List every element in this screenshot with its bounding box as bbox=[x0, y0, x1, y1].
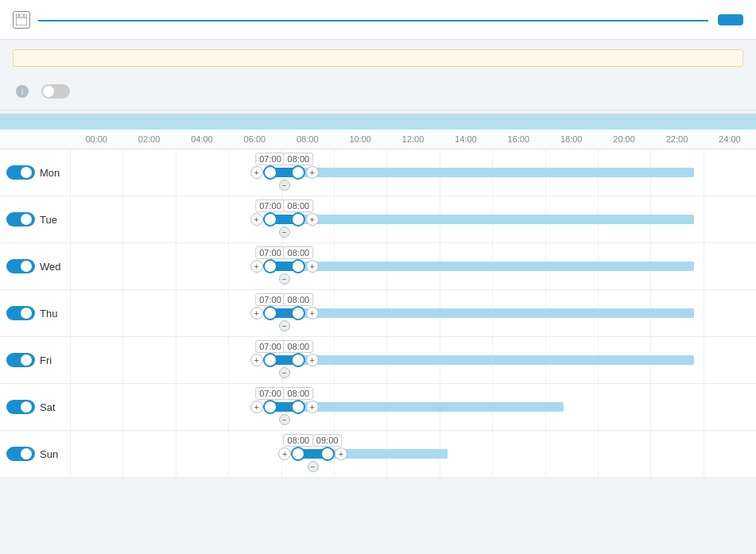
day-row-wrapper-sat: Sat07:0008:00++− bbox=[0, 384, 756, 431]
day-toggle-tue[interactable] bbox=[6, 212, 35, 227]
end-handle-sun[interactable] bbox=[320, 447, 335, 461]
start-time-label-sat: 07:00 bbox=[255, 387, 285, 400]
day-row-wrapper-sun: Sun08:0009:00++− bbox=[0, 431, 756, 478]
day-label-area-sun: Sun bbox=[0, 447, 70, 461]
grid-line bbox=[70, 431, 122, 477]
grid-line bbox=[176, 384, 228, 430]
grid-line bbox=[704, 149, 756, 196]
minus-btn-mon[interactable]: − bbox=[279, 180, 290, 191]
end-handle-fri[interactable] bbox=[291, 353, 305, 367]
day-name-sun: Sun bbox=[40, 448, 58, 460]
end-time-label-sat: 08:00 bbox=[284, 387, 314, 400]
plus-left-fri[interactable]: + bbox=[250, 354, 263, 366]
time-bar-mon bbox=[298, 168, 694, 177]
plus-right-mon[interactable]: + bbox=[306, 166, 319, 179]
plus-left-mon[interactable]: + bbox=[250, 166, 263, 179]
page-title bbox=[38, 18, 708, 21]
start-handle-sat[interactable] bbox=[263, 400, 277, 414]
day-name-mon: Mon bbox=[40, 167, 60, 179]
end-handle-mon[interactable] bbox=[291, 165, 305, 180]
plus-left-sun[interactable]: + bbox=[278, 447, 291, 460]
grid-line bbox=[176, 290, 228, 336]
start-handle-mon[interactable] bbox=[263, 165, 277, 180]
end-time-label-tue: 08:00 bbox=[284, 200, 314, 212]
end-time-label-sun: 09:00 bbox=[312, 434, 343, 447]
special-days-toggle[interactable] bbox=[41, 84, 70, 99]
plus-left-tue[interactable]: + bbox=[250, 213, 263, 226]
start-time-label-sun: 08:00 bbox=[284, 434, 314, 447]
day-toggle-mon[interactable] bbox=[6, 165, 35, 180]
start-time-label-wed: 07:00 bbox=[255, 246, 285, 259]
plus-left-wed[interactable]: + bbox=[250, 260, 263, 273]
plus-left-thu[interactable]: + bbox=[250, 307, 263, 320]
time-label-04:00: 04:00 bbox=[176, 130, 228, 149]
start-handle-fri[interactable] bbox=[263, 353, 277, 367]
grid-line bbox=[70, 384, 122, 430]
minus-btn-sat[interactable]: − bbox=[279, 414, 290, 425]
start-handle-sun[interactable] bbox=[291, 447, 305, 461]
start-handle-wed[interactable] bbox=[263, 259, 277, 273]
end-handle-sat[interactable] bbox=[291, 400, 305, 414]
time-bar-wed bbox=[298, 262, 694, 271]
minus-btn-sun[interactable]: − bbox=[308, 461, 319, 472]
time-bar-thu bbox=[298, 308, 694, 318]
grid-line bbox=[176, 431, 228, 477]
header bbox=[0, 0, 756, 40]
start-handle-tue[interactable] bbox=[263, 212, 277, 227]
grid-line bbox=[704, 337, 756, 383]
grid-line bbox=[176, 243, 228, 289]
day-name-sat: Sat bbox=[40, 401, 56, 413]
day-timeline-sat: 07:0008:00++− bbox=[70, 384, 756, 430]
minus-btn-tue[interactable]: − bbox=[279, 227, 290, 238]
grid-line bbox=[70, 243, 122, 289]
schedule-container: 00:0002:0004:0006:0008:0010:0012:0014:00… bbox=[0, 130, 756, 478]
grid-line bbox=[70, 149, 122, 196]
special-days-row: i bbox=[0, 76, 756, 107]
day-name-fri: Fri bbox=[40, 354, 52, 366]
save-close-button[interactable] bbox=[718, 14, 743, 25]
grid-line bbox=[122, 196, 175, 242]
plus-right-sun[interactable]: + bbox=[335, 447, 347, 460]
plus-right-wed[interactable]: + bbox=[306, 260, 319, 273]
end-handle-tue[interactable] bbox=[291, 212, 305, 227]
days-container: Mon07:0008:00++−Tue07:0008:00++−Wed07:00… bbox=[0, 149, 756, 478]
time-bar-sat bbox=[298, 402, 564, 412]
plus-right-fri[interactable]: + bbox=[306, 354, 319, 366]
day-row-mon: Mon07:0008:00++− bbox=[0, 149, 756, 196]
grid-line bbox=[704, 290, 756, 336]
minus-btn-wed[interactable]: − bbox=[279, 273, 290, 285]
divider bbox=[0, 110, 756, 110]
day-toggle-sat[interactable] bbox=[6, 400, 35, 414]
day-label-area-tue: Tue bbox=[0, 212, 70, 227]
plus-right-thu[interactable]: + bbox=[306, 307, 319, 320]
time-label-18:00: 18:00 bbox=[545, 130, 598, 149]
start-handle-thu[interactable] bbox=[263, 306, 277, 320]
end-handle-wed[interactable] bbox=[291, 259, 305, 273]
minus-btn-fri[interactable]: − bbox=[279, 367, 290, 378]
time-header: 00:0002:0004:0006:0008:0010:0012:0014:00… bbox=[0, 130, 756, 149]
time-label-20:00: 20:00 bbox=[598, 130, 650, 149]
day-toggle-wed[interactable] bbox=[6, 259, 35, 273]
day-row-fri: Fri07:0008:00++− bbox=[0, 337, 756, 384]
plus-right-sat[interactable]: + bbox=[306, 401, 319, 413]
day-row-sat: Sat07:0008:00++− bbox=[0, 384, 756, 431]
end-time-label-thu: 08:00 bbox=[284, 293, 314, 306]
day-label-area-thu: Thu bbox=[0, 306, 70, 320]
day-row-sun: Sun08:0009:00++− bbox=[0, 431, 756, 478]
day-label-area-fri: Fri bbox=[0, 353, 70, 367]
day-toggle-fri[interactable] bbox=[6, 353, 35, 367]
day-toggle-thu[interactable] bbox=[6, 306, 35, 320]
plus-right-tue[interactable]: + bbox=[306, 213, 319, 226]
minus-btn-thu[interactable]: − bbox=[279, 320, 290, 331]
day-row-wrapper-mon: Mon07:0008:00++− bbox=[0, 149, 756, 196]
plus-left-sat[interactable]: + bbox=[250, 401, 263, 413]
end-time-label-fri: 08:00 bbox=[284, 340, 314, 353]
grid-line bbox=[122, 290, 175, 336]
grid-line bbox=[70, 290, 122, 336]
day-label-area-wed: Wed bbox=[0, 259, 70, 273]
grid-line bbox=[122, 431, 175, 477]
grid-line bbox=[704, 384, 756, 430]
day-toggle-sun[interactable] bbox=[6, 447, 35, 461]
end-handle-thu[interactable] bbox=[291, 306, 305, 320]
notice-bar bbox=[13, 49, 743, 67]
